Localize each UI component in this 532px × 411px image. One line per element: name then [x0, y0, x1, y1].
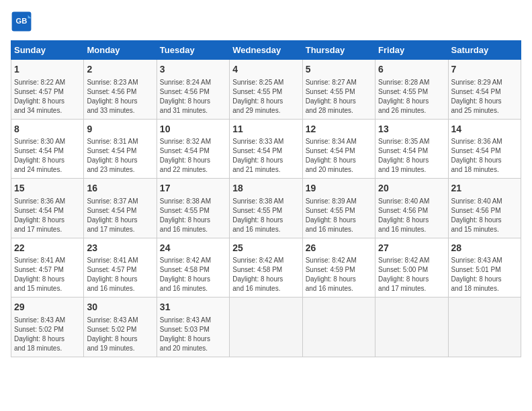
day-cell: 13Sunrise: 8:35 AMSunset: 4:54 PMDayligh…	[375, 119, 448, 179]
day-info-line: Sunset: 4:56 PM	[378, 206, 445, 216]
day-info-line: Sunset: 4:54 PM	[451, 146, 518, 156]
day-number: 30	[87, 301, 153, 314]
day-info-line: Daylight: 8 hours	[160, 334, 226, 344]
day-info-line: Daylight: 8 hours	[87, 97, 153, 106]
day-cell	[302, 298, 375, 357]
day-info-line: Sunset: 5:01 PM	[451, 265, 518, 275]
day-info-line: Sunset: 5:00 PM	[378, 265, 445, 275]
day-number: 25	[232, 242, 299, 255]
day-info-line: Daylight: 8 hours	[87, 156, 153, 165]
week-row-3: 15Sunrise: 8:36 AMSunset: 4:54 PMDayligh…	[11, 179, 521, 238]
day-number: 22	[14, 242, 81, 255]
day-info-line: and 17 minutes.	[87, 225, 153, 234]
day-info-line: Sunrise: 8:32 AM	[160, 137, 226, 146]
day-cell: 14Sunrise: 8:36 AMSunset: 4:54 PMDayligh…	[448, 119, 521, 179]
day-cell: 15Sunrise: 8:36 AMSunset: 4:54 PMDayligh…	[11, 179, 84, 238]
day-info-line: and 16 minutes.	[232, 225, 299, 234]
day-cell: 12Sunrise: 8:34 AMSunset: 4:54 PMDayligh…	[302, 119, 375, 179]
day-info-line: Sunrise: 8:41 AM	[87, 256, 153, 265]
day-number: 31	[160, 301, 226, 314]
day-info-line: and 20 minutes.	[160, 344, 226, 353]
day-info-line: Sunset: 4:57 PM	[14, 87, 81, 97]
day-info-line: Sunset: 4:57 PM	[14, 265, 81, 275]
day-info-line: Sunrise: 8:25 AM	[232, 78, 299, 87]
logo: GB	[11, 11, 35, 32]
day-info-line: and 16 minutes.	[232, 284, 299, 293]
day-number: 19	[306, 182, 372, 195]
day-info-line: and 25 minutes.	[451, 106, 518, 116]
day-info-line: and 19 minutes.	[87, 344, 153, 353]
day-info-line: Daylight: 8 hours	[87, 275, 153, 284]
day-number: 2	[87, 63, 153, 77]
day-number: 26	[306, 242, 372, 255]
day-number: 23	[87, 242, 153, 255]
day-info-line: Sunset: 4:55 PM	[378, 87, 445, 97]
day-info-line: Sunset: 4:55 PM	[232, 206, 299, 216]
day-info-line: and 21 minutes.	[232, 165, 299, 175]
day-cell: 22Sunrise: 8:41 AMSunset: 4:57 PMDayligh…	[11, 238, 84, 298]
day-number: 6	[378, 63, 445, 77]
week-row-2: 8Sunrise: 8:30 AMSunset: 4:54 PMDaylight…	[11, 119, 521, 179]
day-cell: 24Sunrise: 8:42 AMSunset: 4:58 PMDayligh…	[157, 238, 229, 298]
col-header-monday: Monday	[84, 41, 157, 60]
col-header-friday: Friday	[375, 41, 448, 60]
day-number: 24	[160, 242, 226, 255]
day-info-line: Daylight: 8 hours	[87, 334, 153, 344]
day-cell: 16Sunrise: 8:37 AMSunset: 4:54 PMDayligh…	[84, 179, 157, 238]
day-info-line: Sunrise: 8:41 AM	[14, 256, 81, 265]
day-info-line: Sunset: 4:58 PM	[160, 265, 226, 275]
day-info-line: and 16 minutes.	[378, 225, 445, 234]
day-number: 29	[14, 301, 81, 314]
day-info-line: and 31 minutes.	[160, 106, 226, 116]
day-info-line: Daylight: 8 hours	[160, 216, 226, 225]
col-header-saturday: Saturday	[448, 41, 521, 60]
day-cell	[448, 298, 521, 357]
day-info-line: Sunrise: 8:40 AM	[378, 197, 445, 206]
day-number: 8	[14, 123, 81, 136]
day-cell	[375, 298, 448, 357]
day-cell: 1Sunrise: 8:22 AMSunset: 4:57 PMDaylight…	[11, 60, 84, 120]
day-info-line: Daylight: 8 hours	[451, 97, 518, 106]
day-info-line: Daylight: 8 hours	[451, 216, 518, 225]
day-cell: 29Sunrise: 8:43 AMSunset: 5:02 PMDayligh…	[11, 298, 84, 357]
day-number: 18	[232, 182, 299, 195]
day-number: 16	[87, 182, 153, 195]
day-info-line: Daylight: 8 hours	[160, 275, 226, 284]
day-number: 10	[160, 123, 226, 136]
day-info-line: Sunrise: 8:22 AM	[14, 78, 81, 87]
day-number: 14	[451, 123, 518, 136]
day-info-line: Sunrise: 8:43 AM	[160, 316, 226, 325]
day-number: 1	[14, 63, 81, 77]
day-info-line: Sunrise: 8:42 AM	[306, 256, 372, 265]
day-info-line: Sunset: 4:56 PM	[87, 87, 153, 97]
day-info-line: Sunset: 4:55 PM	[160, 206, 226, 216]
col-header-tuesday: Tuesday	[157, 41, 229, 60]
day-info-line: Sunset: 4:54 PM	[14, 206, 81, 216]
day-info-line: Daylight: 8 hours	[451, 275, 518, 284]
day-info-line: and 16 minutes.	[160, 225, 226, 234]
day-number: 20	[378, 182, 445, 195]
day-info-line: Sunset: 4:54 PM	[306, 146, 372, 156]
day-info-line: Sunrise: 8:36 AM	[451, 137, 518, 146]
day-info-line: and 16 minutes.	[306, 225, 372, 234]
day-cell: 10Sunrise: 8:32 AMSunset: 4:54 PMDayligh…	[157, 119, 229, 179]
day-info-line: Sunset: 4:54 PM	[14, 146, 81, 156]
day-cell: 5Sunrise: 8:27 AMSunset: 4:55 PMDaylight…	[302, 60, 375, 120]
day-info-line: Sunset: 4:57 PM	[87, 265, 153, 275]
day-info-line: Daylight: 8 hours	[306, 216, 372, 225]
day-info-line: and 18 minutes.	[451, 284, 518, 293]
day-info-line: Sunrise: 8:43 AM	[87, 316, 153, 325]
header-row: SundayMondayTuesdayWednesdayThursdayFrid…	[11, 41, 521, 60]
page-header: GB	[11, 11, 521, 32]
day-info-line: Sunset: 4:54 PM	[160, 146, 226, 156]
day-info-line: and 15 minutes.	[451, 225, 518, 234]
day-cell: 6Sunrise: 8:28 AMSunset: 4:55 PMDaylight…	[375, 60, 448, 120]
day-info-line: Sunset: 4:58 PM	[232, 265, 299, 275]
day-info-line: and 24 minutes.	[14, 165, 81, 175]
day-info-line: Sunset: 4:54 PM	[378, 146, 445, 156]
day-info-line: Daylight: 8 hours	[378, 156, 445, 165]
day-info-line: Daylight: 8 hours	[14, 156, 81, 165]
day-cell: 11Sunrise: 8:33 AMSunset: 4:54 PMDayligh…	[230, 119, 302, 179]
day-cell: 17Sunrise: 8:38 AMSunset: 4:55 PMDayligh…	[157, 179, 229, 238]
day-info-line: Sunset: 4:59 PM	[306, 265, 372, 275]
